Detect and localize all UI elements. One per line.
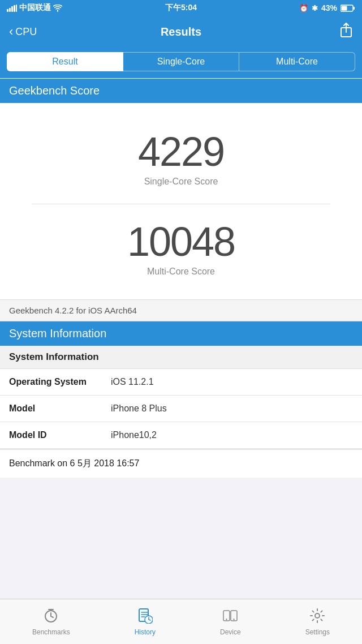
history-icon bbox=[137, 608, 153, 626]
svg-rect-1 bbox=[9, 8, 11, 12]
multi-core-block: 10048 Multi-Core Score bbox=[9, 210, 353, 288]
tab-history[interactable]: History bbox=[123, 603, 167, 641]
main-content: Geekbench Score 4229 Single-Core Score 1… bbox=[0, 79, 362, 526]
signal-icon bbox=[7, 5, 17, 12]
svg-rect-2 bbox=[11, 6, 13, 12]
tab-result[interactable]: Result bbox=[7, 52, 123, 71]
info-key-os: Operating System bbox=[9, 377, 111, 387]
sys-info-title: System Information bbox=[9, 327, 106, 340]
scores-area: 4229 Single-Core Score 10048 Multi-Core … bbox=[0, 103, 362, 299]
info-table: System Information Operating System iOS … bbox=[0, 346, 362, 449]
geekbench-section-header: Geekbench Score bbox=[0, 79, 362, 103]
settings-tab-label: Settings bbox=[305, 628, 330, 636]
top-tabs: Result Single-Core Multi-Core bbox=[0, 48, 362, 78]
svg-rect-4 bbox=[16, 5, 17, 12]
multi-core-label: Multi-Core Score bbox=[9, 267, 353, 277]
history-svg-icon bbox=[137, 608, 153, 624]
status-bar: 中国联通 下午5:04 ⏰ ✱ 43% bbox=[0, 0, 362, 16]
device-icon bbox=[222, 608, 238, 626]
version-bar: Geekbench 4.2.2 for iOS AArch64 bbox=[0, 299, 362, 321]
info-val-model: iPhone 8 Plus bbox=[111, 403, 167, 414]
benchmarks-icon bbox=[43, 608, 59, 626]
info-group-label: System Information bbox=[9, 351, 99, 363]
tab-single-core[interactable]: Single-Core bbox=[123, 52, 239, 71]
device-tab-label: Device bbox=[220, 628, 241, 636]
benchmark-date: Benchmark on 6 5月 2018 16:57 bbox=[0, 449, 362, 478]
version-text: Geekbench 4.2.2 for iOS AArch64 bbox=[9, 306, 137, 315]
svg-rect-7 bbox=[342, 6, 347, 10]
scores-divider bbox=[32, 204, 330, 204]
benchmarks-svg-icon bbox=[43, 608, 59, 624]
svg-rect-6 bbox=[354, 7, 355, 10]
info-row-os: Operating System iOS 11.2.1 bbox=[0, 369, 362, 396]
single-core-block: 4229 Single-Core Score bbox=[9, 120, 353, 198]
tab-settings[interactable]: Settings bbox=[294, 603, 341, 641]
geekbench-title: Geekbench Score bbox=[9, 84, 100, 97]
tab-multi-core[interactable]: Multi-Core bbox=[239, 52, 355, 71]
device-svg-icon bbox=[222, 608, 238, 624]
info-row-model-id: Model ID iPhone10,2 bbox=[0, 422, 362, 449]
nav-title: Results bbox=[161, 25, 201, 38]
history-tab-label: History bbox=[135, 628, 156, 636]
bottom-tab-bar: Benchmarks History bbox=[0, 599, 362, 644]
tab-device[interactable]: Device bbox=[209, 603, 252, 641]
status-time: 下午5:04 bbox=[165, 3, 197, 13]
sys-info-section-header: System Information bbox=[0, 321, 362, 346]
share-button[interactable] bbox=[339, 22, 353, 41]
back-arrow-icon: ‹ bbox=[9, 25, 13, 38]
carrier-label: 中国联通 bbox=[19, 3, 51, 13]
status-right: ⏰ ✱ 43% bbox=[299, 3, 355, 12]
nav-bar: ‹ CPU Results bbox=[0, 16, 362, 48]
svg-rect-0 bbox=[7, 9, 8, 12]
battery-label: 43% bbox=[321, 3, 337, 12]
back-label: CPU bbox=[15, 26, 37, 38]
tab-benchmarks[interactable]: Benchmarks bbox=[21, 603, 81, 641]
benchmark-date-text: Benchmark on 6 5月 2018 16:57 bbox=[9, 458, 139, 468]
info-val-model-id: iPhone10,2 bbox=[111, 430, 157, 440]
info-key-model: Model bbox=[9, 403, 111, 414]
battery-icon bbox=[341, 5, 355, 12]
status-left: 中国联通 bbox=[7, 3, 62, 13]
info-row-model: Model iPhone 8 Plus bbox=[0, 396, 362, 422]
settings-svg-icon bbox=[309, 608, 325, 624]
multi-core-score: 10048 bbox=[9, 221, 353, 262]
back-button[interactable]: ‹ CPU bbox=[9, 25, 37, 38]
info-key-model-id: Model ID bbox=[9, 430, 111, 440]
svg-point-14 bbox=[315, 613, 320, 618]
share-icon bbox=[339, 22, 353, 38]
settings-icon bbox=[309, 608, 325, 626]
info-val-os: iOS 11.2.1 bbox=[111, 377, 154, 387]
single-core-label: Single-Core Score bbox=[9, 177, 353, 187]
single-core-score: 4229 bbox=[9, 131, 353, 172]
alarm-icon: ⏰ bbox=[299, 4, 308, 12]
benchmarks-tab-label: Benchmarks bbox=[32, 628, 70, 636]
svg-rect-3 bbox=[14, 5, 15, 12]
info-group-header: System Information bbox=[0, 346, 362, 369]
bluetooth-icon: ✱ bbox=[312, 4, 318, 12]
wifi-icon bbox=[53, 5, 62, 12]
